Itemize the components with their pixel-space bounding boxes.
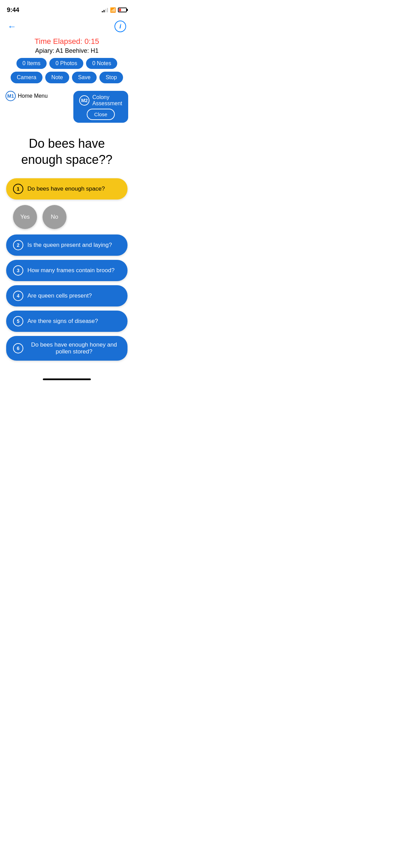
question-text-2: Is the queen present and laying? — [27, 242, 121, 249]
home-bar — [43, 378, 91, 380]
question-num-1: 1 — [13, 184, 23, 194]
status-icons: 📶 24 — [102, 7, 127, 13]
menu-left: M1 Home Menu — [5, 91, 48, 101]
question-item-5[interactable]: 5 Are there signs of disease? — [6, 311, 127, 332]
badge-row: 0 Items 0 Photos 0 Notes — [5, 58, 128, 69]
header-section: Time Elapsed: 0:15 Apiary: A1 Beehive: H… — [0, 36, 134, 91]
m2-key: M2 — [79, 95, 89, 106]
question-num-5: 5 — [13, 316, 23, 326]
question-num-6: 6 — [13, 343, 23, 353]
signal-icon — [102, 8, 108, 12]
status-time: 9:44 — [7, 7, 19, 14]
status-bar: 9:44 📶 24 — [0, 0, 134, 17]
m1-key[interactable]: M1 — [5, 91, 16, 101]
items-badge[interactable]: 0 Items — [16, 58, 47, 69]
home-menu-label[interactable]: Home Menu — [18, 93, 48, 99]
back-button[interactable]: ← — [8, 22, 16, 31]
info-button[interactable]: i — [114, 21, 126, 32]
menu-right: M2 ColonyAssessment Close — [73, 91, 128, 123]
main-question: Do bees haveenough space?? — [0, 125, 134, 175]
question-item-1[interactable]: 1 Do bees have enough space? — [6, 178, 127, 200]
question-text-3: How many frames contain brood? — [27, 267, 121, 274]
notes-badge[interactable]: 0 Notes — [86, 58, 117, 69]
question-item-3[interactable]: 3 How many frames contain brood? — [6, 260, 127, 281]
no-button[interactable]: No — [42, 205, 66, 229]
question-num-3: 3 — [13, 265, 23, 276]
battery-icon: 24 — [118, 8, 127, 12]
menu-row: M1 Home Menu M2 ColonyAssessment Close — [0, 91, 134, 123]
apiary-label: Apiary: A1 Beehive: H1 — [5, 47, 128, 55]
yes-no-row: Yes No — [6, 204, 127, 230]
nav-bar: ← i — [0, 17, 134, 36]
wifi-icon: 📶 — [110, 7, 116, 13]
question-item-2[interactable]: 2 Is the queen present and laying? — [6, 234, 127, 256]
home-indicator — [0, 374, 134, 383]
colony-assessment-box[interactable]: M2 ColonyAssessment Close — [73, 91, 128, 123]
stop-button[interactable]: Stop — [99, 72, 123, 83]
question-item-4[interactable]: 4 Are queen cells present? — [6, 285, 127, 306]
photos-badge[interactable]: 0 Photos — [49, 58, 83, 69]
question-item-6[interactable]: 6 Do bees have enough honey and pollen s… — [6, 336, 127, 361]
question-text-6: Do bees have enough honey and pollen sto… — [27, 341, 121, 355]
question-num-4: 4 — [13, 291, 23, 301]
question-list: 1 Do bees have enough space? Yes No 2 Is… — [0, 175, 134, 374]
question-text-4: Are queen cells present? — [27, 292, 121, 299]
save-button[interactable]: Save — [72, 72, 97, 83]
camera-button[interactable]: Camera — [11, 72, 42, 83]
note-button[interactable]: Note — [45, 72, 69, 83]
time-elapsed-label: Time Elapsed: 0:15 — [5, 37, 128, 46]
action-row: Camera Note Save Stop — [5, 72, 128, 83]
question-text-5: Are there signs of disease? — [27, 318, 121, 325]
close-button[interactable]: Close — [87, 109, 115, 120]
main-question-text: Do bees haveenough space?? — [10, 136, 123, 168]
yes-button[interactable]: Yes — [13, 205, 37, 229]
question-num-2: 2 — [13, 240, 23, 250]
question-text-1: Do bees have enough space? — [27, 185, 121, 192]
colony-assessment-label: ColonyAssessment — [92, 94, 122, 107]
